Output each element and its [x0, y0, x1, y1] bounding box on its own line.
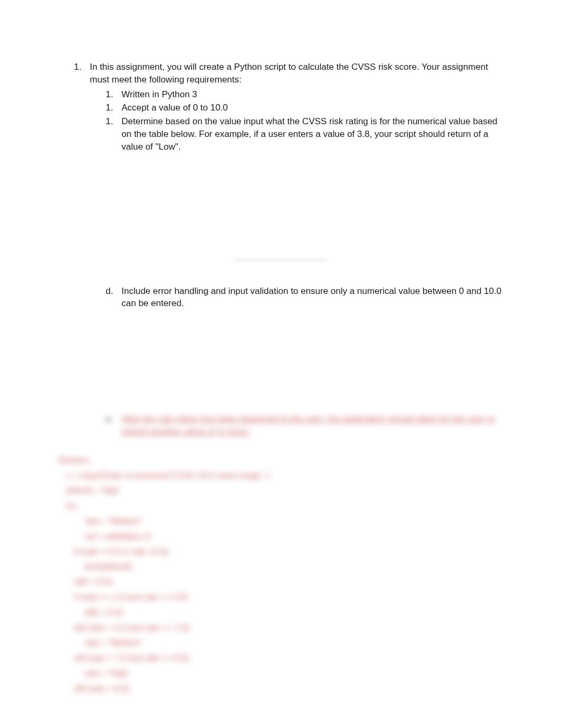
code-line: if (rate >= 1.0 and rate <= 4.0):	[58, 590, 508, 605]
blurred-content-region: After the rule rating has been displayed…	[53, 413, 508, 696]
solution-code-block: Solution: x = input('Enter a numerical C…	[53, 453, 508, 697]
main-list-item: In this assignment, you will create a Py…	[74, 61, 508, 153]
req-item-3: Determine based on the value input what …	[106, 115, 508, 153]
code-line: Solution:	[58, 453, 508, 468]
req-text-2: Accept a value of 0 to 10.0	[121, 103, 228, 113]
code-line: rate = 'Medium'	[58, 514, 508, 529]
code-line: if (rate = 0.0 or rate <0.0):	[58, 545, 508, 560]
code-line: try:	[58, 499, 508, 514]
section-e-list: After the rule rating has been displayed…	[53, 413, 508, 438]
code-line: rate = 'High'	[58, 666, 508, 681]
section-e-text: After the rule rating has been displayed…	[121, 414, 495, 437]
code-line: default = 'high'	[58, 483, 508, 499]
code-line: rate = 'Medium'	[58, 635, 508, 651]
code-line: val = validate(x,1)	[58, 529, 508, 545]
req-text-3: Determine based on the value input what …	[121, 116, 498, 152]
code-line: elif (rate > 4.0 and rate <= 7.0):	[58, 621, 508, 636]
code-line: elif( = 0.0):	[58, 605, 508, 621]
blurred-table-placeholder	[233, 259, 328, 261]
requirements-sublist: Written in Python 3 Accept a value of 0 …	[90, 88, 508, 153]
code-line: print(default)	[58, 559, 508, 575]
assignment-list: In this assignment, you will create a Py…	[53, 61, 508, 153]
section-e-item: After the rule rating has been displayed…	[106, 413, 508, 438]
code-line: elif( = 0.0):	[58, 575, 508, 590]
req-item-1: Written in Python 3	[106, 88, 508, 101]
main-intro-text: In this assignment, you will create a Py…	[90, 62, 488, 85]
req-text-1: Written in Python 3	[121, 89, 197, 99]
code-line: elif (rate > 7.0 and rate <= 9.0):	[58, 651, 508, 666]
section-d-text: Include error handling and input validat…	[121, 286, 501, 309]
section-d-item: Include error handling and input validat…	[106, 285, 508, 310]
section-d-list: Include error handling and input validat…	[53, 285, 508, 310]
code-line: x = input('Enter a numerical CVSS V3.0 v…	[58, 468, 508, 484]
code-line: elif (rate > 9.0):	[58, 681, 508, 697]
req-item-2: Accept a value of 0 to 10.0	[106, 102, 508, 114]
